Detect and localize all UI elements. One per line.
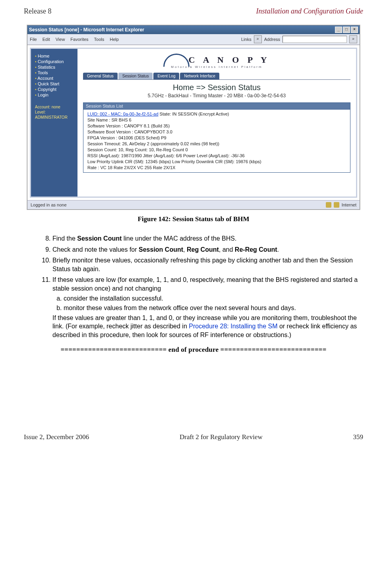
line-cir: Low Priority Uplink CIR (SM): 12345 (kbp… [87,159,261,164]
status-right: Internet [342,202,356,207]
ie-menubar: File Edit View Favorites Tools Help Link… [27,34,360,45]
page-subtitle: 5.7GHz - BackHaul - Timing Master - 20 M… [83,93,350,98]
lock-icon [326,202,331,208]
line-fpga: FPGA Version : 041006 (DES Sched) P9 [87,135,166,140]
step-9: Check and note the values for Session Co… [52,245,363,254]
line-rate: Rate : VC 18 Rate 2X/2X VC 255 Rate 2X/1… [87,165,175,170]
logo: C A N O P Y Motorola Wireless Internet P… [83,54,350,69]
minimize-icon[interactable]: _ [335,27,342,33]
ie-window: Session Status [none] - Microsoft Intern… [27,25,360,210]
links-chevron-icon[interactable]: » [254,35,262,43]
tab-general-status[interactable]: General Status [83,73,118,79]
logo-tagline: Motorola Wireless Internet Platform [83,65,350,69]
sidebar: Home Configuration Statistics Tools Acco… [30,48,77,198]
window-controls: _ □ × [335,27,358,33]
line-site: Site Name : SR BHS 6 [87,118,132,122]
sidebar-item-statistics[interactable]: Statistics [35,65,74,69]
step-8: Find the Session Count line under the MA… [52,234,363,243]
menu-tools[interactable]: Tools [94,37,104,42]
account-status: Account: none Level: ADMINISTRATOR [35,104,74,120]
page-title: Home => Session Status [83,83,350,92]
maximize-icon[interactable]: □ [343,27,350,33]
footer-left: Issue 2, December 2006 [24,433,89,441]
page-header: Release 8 Installation and Configuration… [24,7,363,15]
address-input[interactable] [283,36,347,43]
internet-zone-icon [334,202,339,208]
end-of-procedure: =========================== end of proce… [24,346,363,354]
menu-view[interactable]: View [56,37,65,42]
menu-edit[interactable]: Edit [43,37,50,42]
sidebar-item-copyright[interactable]: Copyright [35,87,74,92]
header-right: Installation and Configuration Guide [256,7,363,15]
account-line1: Account: none [35,104,74,110]
line-count: Session Count: 10, Reg Count: 10, Re-Reg… [87,147,188,152]
step-11b: monitor these values from the network of… [64,304,363,312]
page-content: Home Configuration Statistics Tools Acco… [27,45,360,200]
line-sw: Software Version : CANOPY 8.1 (Build 35) [87,123,170,128]
session-state: State: IN SESSION (Encrypt Active) [159,112,229,116]
sidebar-list: Home Configuration Statistics Tools Acco… [35,54,74,97]
step-11: If these values are low (for example, 1,… [52,276,363,339]
footer-right: 359 [353,433,363,441]
step-10: Briefly monitor these values, occasional… [52,256,363,273]
header-left: Release 8 [24,7,51,15]
tab-session-status[interactable]: Session Status [118,73,153,79]
page-footer: Issue 2, December 2006 Draft 2 for Regul… [24,433,363,441]
sidebar-item-home[interactable]: Home [35,54,74,58]
logo-text: C A N O P Y [188,55,270,65]
line-timeout: Session Timeout: 26, AirDelay 2 (approxi… [87,141,219,146]
session-status-panel: Session Status List LUID: 002 - MAC: 0a-… [83,102,350,173]
footer-center: Draft 2 for Regulatory Review [180,433,263,441]
panel-body: LUID: 002 - MAC: 0a-00-3e-f2-51-ad State… [83,110,350,172]
main-panel: C A N O P Y Motorola Wireless Internet P… [77,48,357,198]
step-11a: consider the installation successful. [64,294,363,303]
go-button[interactable]: » [349,35,357,43]
figure-caption: Figure 142: Session Status tab of BHM [24,215,363,223]
menu-favorites[interactable]: Favorites [70,37,88,42]
window-titlebar: Session Status [none] - Microsoft Intern… [27,25,360,34]
menu-help[interactable]: Help [110,37,119,42]
address-label: Address [264,37,280,42]
line-rssi: RSSI (Avg/Last): 1987/1990 Jitter (Avg/L… [87,153,245,158]
procedure-28-link[interactable]: Procedure 28: Installing the SM [189,323,277,330]
ie-statusbar: Logged in as none Internet [27,200,360,209]
panel-title: Session Status List [83,103,350,110]
links-label: Links [241,37,252,42]
sidebar-item-quickstart[interactable]: Quick Start [35,81,74,86]
menu-file[interactable]: File [30,37,37,42]
line-boot: Software Boot Version : CANOPYBOOT 3.0 [87,129,172,134]
close-icon[interactable]: × [351,27,358,33]
procedure-text: Find the Session Count line under the MA… [41,234,363,339]
account-line2: Level: ADMINISTRATOR [35,110,74,120]
tab-network-interface[interactable]: Network Interface [180,73,219,79]
sidebar-item-login[interactable]: Login [35,93,74,97]
status-left: Logged in as none [31,202,67,207]
sidebar-item-account[interactable]: Account [35,76,74,81]
luid-link[interactable]: LUID: 002 - MAC: 0a-00-3e-f2-51-ad [87,112,159,116]
sidebar-item-tools[interactable]: Tools [35,70,74,75]
window-title: Session Status [none] - Microsoft Intern… [29,27,144,33]
sidebar-item-configuration[interactable]: Configuration [35,59,74,64]
tab-event-log[interactable]: Event Log [153,73,179,79]
tab-bar: General Status Session Status Event Log … [83,73,350,80]
